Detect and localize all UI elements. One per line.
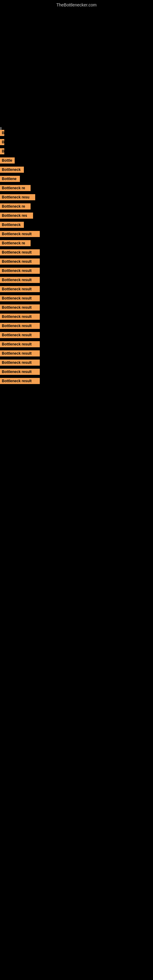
result-badge: Bottleneck re — [0, 185, 30, 191]
list-item[interactable]: Bottleneck result — [0, 331, 153, 339]
result-badge: Bottleneck result — [0, 231, 40, 237]
list-item[interactable]: Bottleneck result — [0, 312, 153, 321]
result-badge: B — [0, 139, 4, 145]
result-badge: Bottleneck result — [0, 323, 40, 329]
list-item[interactable]: Bottleneck — [0, 165, 153, 174]
list-item[interactable]: Bottleneck result — [0, 358, 153, 367]
result-badge: Bottleneck result — [0, 360, 40, 366]
result-badge: Bottleneck result — [0, 304, 40, 310]
result-badge: Bottleneck result — [0, 332, 40, 338]
list-item[interactable]: Bottlene — [0, 175, 153, 183]
result-badge: Bottleneck result — [0, 369, 40, 375]
result-badge: Bottlene — [0, 176, 20, 182]
list-item[interactable]: B — [0, 147, 153, 156]
result-badge: Bottleneck result — [0, 249, 40, 255]
result-badge: Bottleneck result — [0, 341, 40, 347]
list-item[interactable]: Bottleneck re — [0, 202, 153, 211]
list-item[interactable]: Bottleneck result — [0, 303, 153, 312]
list-item[interactable]: B — [0, 129, 153, 137]
list-item[interactable]: Bottleneck result — [0, 266, 153, 275]
list-item[interactable]: Bottleneck result — [0, 349, 153, 358]
result-badge: Bottle — [0, 158, 15, 164]
result-badge: B — [0, 130, 4, 136]
result-badge: Bottleneck result — [0, 258, 40, 265]
result-badge: Bottleneck res — [0, 213, 33, 219]
list-item[interactable]: Bottleneck result — [0, 257, 153, 266]
list-item[interactable]: Bottleneck result — [0, 285, 153, 293]
list-item[interactable]: Bottleneck result — [0, 248, 153, 257]
result-badge: B — [0, 148, 4, 154]
results-container: BBBBottleBottleneckBottleneBottleneck re… — [0, 129, 153, 386]
result-badge: Bottleneck result — [0, 350, 40, 356]
site-title: TheBottlenecker.com — [56, 2, 97, 7]
list-item[interactable]: Bottle — [0, 156, 153, 165]
list-item[interactable]: Bottleneck resu — [0, 193, 153, 202]
result-badge: Bottleneck re — [0, 240, 30, 246]
list-item[interactable]: Bottleneck res — [0, 211, 153, 220]
list-item[interactable]: Bottleneck re — [0, 239, 153, 247]
result-badge: Bottleneck result — [0, 295, 40, 301]
result-badge: Bottleneck result — [0, 286, 40, 292]
list-item[interactable]: Bottleneck result — [0, 230, 153, 238]
list-item[interactable]: Bottleneck result — [0, 340, 153, 348]
result-badge: Bottleneck — [0, 222, 24, 228]
result-badge: Bottleneck re — [0, 204, 30, 210]
result-badge: Bottleneck result — [0, 313, 40, 320]
list-item[interactable]: Bottleneck — [0, 221, 153, 229]
result-badge: Bottleneck resu — [0, 194, 35, 200]
list-item[interactable]: Bottleneck re — [0, 184, 153, 192]
list-item[interactable]: Bottleneck result — [0, 275, 153, 284]
list-item[interactable]: Bottleneck result — [0, 377, 153, 385]
result-badge: Bottleneck result — [0, 268, 40, 274]
result-badge: Bottleneck result — [0, 378, 40, 384]
result-badge: Bottleneck — [0, 167, 24, 173]
list-item[interactable]: B — [0, 138, 153, 146]
result-badge: Bottleneck result — [0, 277, 40, 283]
list-item[interactable]: Bottleneck result — [0, 294, 153, 302]
list-item[interactable]: Bottleneck result — [0, 321, 153, 330]
list-item[interactable]: Bottleneck result — [0, 368, 153, 376]
